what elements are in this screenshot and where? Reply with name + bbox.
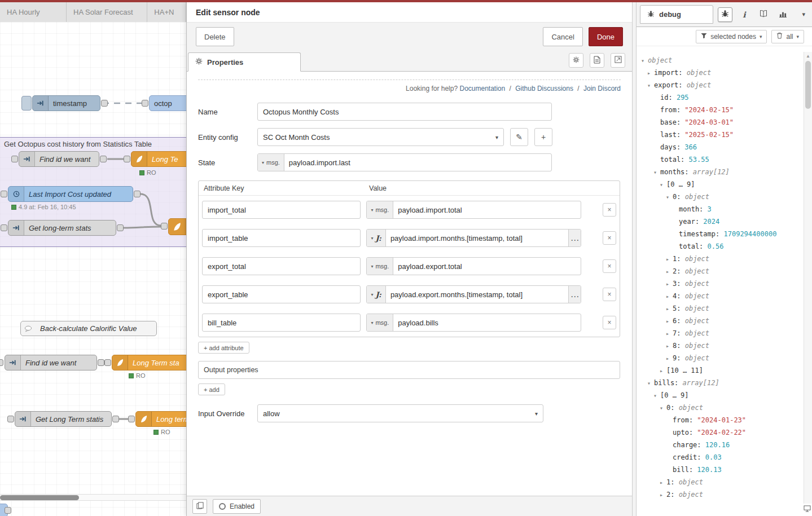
link-join-discord[interactable]: Join Discord (583, 85, 621, 92)
node-last-import-cost[interactable]: Last Import Cost updated (8, 186, 133, 202)
tree-toggle-caret[interactable]: ▸ (660, 489, 666, 501)
node-octopus-link[interactable]: octop (149, 95, 186, 111)
node-find-id-1[interactable]: Find id we want (19, 151, 99, 167)
tree-toggle-caret[interactable]: ▸ (666, 340, 673, 352)
debug-tree-row[interactable]: ▾bills: array[12] (637, 377, 804, 389)
entity-config-select[interactable]: SC Oct Month Costs ▾ (257, 128, 504, 146)
tree-toggle-caret[interactable]: ▸ (647, 67, 654, 80)
attribute-key-input[interactable] (202, 285, 361, 303)
sidebar-scrollbar[interactable]: ▲ (804, 52, 812, 504)
add-config-button[interactable]: + (534, 128, 552, 146)
node-port[interactable] (104, 359, 111, 366)
node-port[interactable] (7, 416, 14, 422)
node-port[interactable] (5, 507, 11, 514)
node-port[interactable] (11, 156, 18, 162)
tree-toggle-caret[interactable]: ▸ (666, 253, 673, 266)
tree-toggle-caret[interactable]: ▾ (641, 55, 648, 67)
state-typed-input[interactable]: ▾ msg. payload.import.last (257, 153, 552, 171)
attribute-key-input[interactable] (202, 257, 361, 275)
debug-tree-row[interactable]: ▾0: object (637, 191, 804, 203)
tree-toggle-caret[interactable]: ▸ (666, 352, 673, 365)
sidebar-icon-chart[interactable] (775, 7, 790, 22)
filter-selected-nodes-button[interactable]: selected nodes ▾ (696, 30, 767, 43)
node-get-long-term-stats[interactable]: Get long-term stats (8, 220, 116, 236)
remove-attribute-button[interactable]: × (603, 259, 616, 273)
attribute-value-input[interactable]: ▾msg. payload.export.total (366, 257, 581, 275)
node-port[interactable] (112, 416, 119, 422)
cancel-button[interactable]: Cancel (543, 27, 582, 46)
node-port[interactable] (1, 191, 7, 197)
attribute-value-input[interactable]: ▾msg. payload.bills (366, 314, 581, 332)
edit-config-button[interactable]: ✎ (510, 128, 528, 146)
node-port[interactable] (1, 224, 7, 231)
delete-button[interactable]: Delete (196, 27, 234, 46)
typed-input-type-button[interactable]: ▾J: (367, 230, 385, 246)
expression-editor-button[interactable]: … (568, 230, 581, 246)
tree-toggle-caret[interactable]: ▸ (660, 477, 666, 489)
inject-button[interactable] (21, 96, 32, 111)
node-comment-calorific[interactable]: Back-calculate Calorific Value (20, 321, 157, 336)
flow-tab-ha-n[interactable]: HA+N (147, 2, 186, 22)
node-port[interactable] (0, 359, 3, 366)
attribute-value-input[interactable]: ▾msg. payload.import.total (366, 201, 581, 219)
node-port[interactable] (142, 100, 148, 107)
node-orange-partial[interactable] (168, 218, 186, 235)
node-port[interactable] (117, 224, 124, 231)
node-port[interactable] (98, 359, 104, 366)
debug-tree-row[interactable]: ▸2: object (637, 265, 804, 277)
node-port[interactable] (100, 156, 107, 162)
add-attribute-button[interactable]: + add attribute (198, 342, 249, 354)
node-timestamp[interactable]: timestamp (32, 95, 100, 111)
debug-tree-row[interactable]: ▾object (637, 54, 804, 67)
node-find-id-2[interactable]: Find id we want (5, 355, 97, 371)
flow-canvas[interactable]: Get Octopus cost history from Statistics… (0, 22, 186, 516)
debug-tree-row[interactable]: ▸2: object (637, 488, 804, 501)
typed-input-type-button[interactable]: ▾msg. (367, 314, 393, 331)
tree-toggle-caret[interactable]: ▾ (666, 191, 673, 204)
link-documentation[interactable]: Documentation (459, 85, 505, 92)
debug-tree-row[interactable]: ▾0: object (637, 402, 804, 414)
typed-input-type-button[interactable]: ▾ msg. (258, 154, 284, 171)
node-long-term-sensor-1[interactable]: Long Te (131, 151, 186, 167)
remove-attribute-button[interactable]: × (603, 203, 616, 217)
tree-toggle-caret[interactable]: ▾ (660, 179, 666, 191)
sidebar-menu-button[interactable]: ▾ (798, 11, 809, 18)
attribute-key-input[interactable] (202, 314, 361, 332)
clear-all-button[interactable]: all ▾ (771, 30, 804, 43)
horizontal-scrollbar[interactable] (0, 494, 186, 501)
copy-node-button[interactable] (192, 499, 207, 514)
node-settings-button[interactable] (569, 53, 583, 68)
debug-tree-row[interactable]: ▸3: object (637, 277, 804, 290)
node-port[interactable] (134, 191, 141, 197)
debug-tree-row[interactable]: ▸9: object (637, 352, 804, 364)
debug-tree-row[interactable]: ▸5: object (637, 302, 804, 315)
name-input[interactable] (257, 103, 552, 121)
expression-editor-button[interactable]: … (568, 286, 581, 303)
tab-debug[interactable]: debug (640, 5, 713, 24)
tree-toggle-caret[interactable]: ▸ (666, 303, 673, 315)
scrollbar-thumb[interactable] (0, 495, 79, 500)
tree-toggle-caret[interactable]: ▸ (666, 266, 673, 278)
debug-tree-row[interactable]: ▾export: object (637, 79, 804, 91)
node-port[interactable] (124, 156, 130, 162)
flow-tab-ha-hourly[interactable]: HA Hourly (0, 2, 67, 22)
tree-toggle-caret[interactable]: ▸ (666, 278, 673, 290)
node-description-button[interactable] (590, 53, 604, 68)
add-output-property-button[interactable]: + add (198, 383, 225, 395)
debug-tree-row[interactable]: ▸import: object (637, 67, 804, 79)
debug-tree-row[interactable]: ▾months: array[12] (637, 166, 804, 178)
state-value[interactable]: payload.import.last (284, 154, 551, 171)
tree-toggle-caret[interactable]: ▾ (653, 390, 660, 402)
node-port[interactable] (128, 416, 135, 422)
node-appearance-button[interactable] (611, 53, 625, 68)
remove-attribute-button[interactable]: × (603, 316, 616, 329)
tree-toggle-caret[interactable]: ▸ (666, 315, 673, 328)
sidebar-icon-debug[interactable] (718, 7, 732, 22)
node-long-term-sensor-2[interactable]: Long Term sta (112, 355, 186, 371)
tree-toggle-caret[interactable]: ▾ (647, 377, 654, 390)
done-button[interactable]: Done (589, 27, 623, 46)
tree-toggle-caret[interactable]: ▾ (660, 402, 666, 414)
tree-toggle-caret[interactable]: ▸ (666, 328, 673, 340)
remove-attribute-button[interactable]: × (603, 288, 616, 301)
attribute-value-input[interactable]: ▾J: payload.export.months.[timestamp, to… (366, 285, 581, 303)
